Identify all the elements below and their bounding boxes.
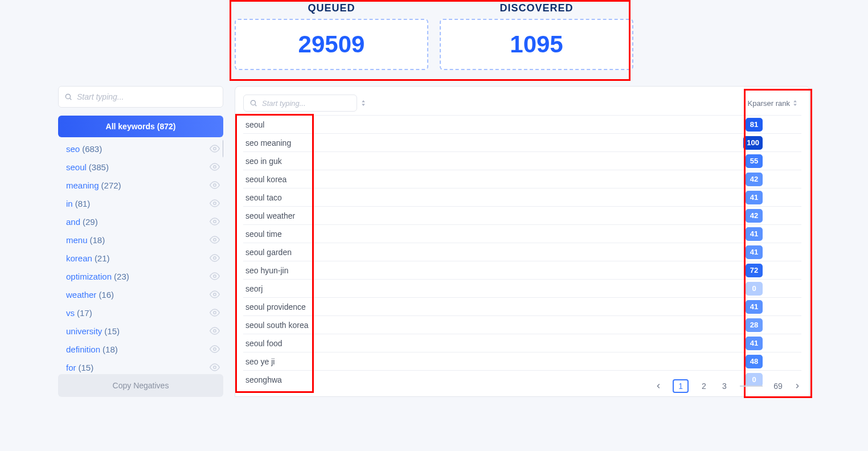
svg-point-11 bbox=[214, 311, 216, 314]
sidebar-item[interactable]: and(29) bbox=[58, 212, 223, 231]
sidebar-item[interactable]: seo(683) bbox=[58, 140, 223, 158]
svg-point-17 bbox=[251, 100, 255, 105]
table-row[interactable]: seorj0 bbox=[243, 279, 801, 297]
sidebar-item-term: and bbox=[66, 217, 80, 227]
sidebar-item-term: university bbox=[66, 326, 102, 336]
sidebar-item[interactable]: university(15) bbox=[58, 322, 223, 340]
svg-line-18 bbox=[255, 105, 257, 106]
sidebar-item[interactable]: in(81) bbox=[58, 194, 223, 212]
svg-point-3 bbox=[214, 166, 216, 169]
sidebar-item-term: for bbox=[66, 363, 76, 372]
queued-label: QUEUED bbox=[235, 2, 428, 14]
sidebar-search-input[interactable] bbox=[76, 87, 217, 107]
table-search[interactable] bbox=[243, 95, 357, 112]
eye-icon[interactable] bbox=[210, 344, 220, 354]
search-icon bbox=[64, 93, 72, 101]
sidebar-item-count: (385) bbox=[89, 162, 109, 172]
keyword-cell: seoul providence bbox=[243, 302, 562, 311]
keyword-cell: seo meaning bbox=[243, 138, 562, 147]
table-row[interactable]: seoul providence41 bbox=[243, 297, 801, 315]
discovered-label: DISCOVERED bbox=[440, 2, 633, 14]
all-keywords-button[interactable]: All keywords (872) bbox=[58, 116, 223, 137]
page-1[interactable]: 1 bbox=[673, 379, 689, 393]
table-row[interactable]: seoul korea42 bbox=[243, 170, 801, 188]
pagination: 1 2 3 69 bbox=[654, 379, 801, 393]
table-row[interactable]: seoul food41 bbox=[243, 334, 801, 352]
sidebar-item-count: (272) bbox=[101, 181, 121, 190]
rank-badge: 48 bbox=[746, 355, 763, 368]
rank-badge: 41 bbox=[746, 337, 763, 350]
eye-icon[interactable] bbox=[210, 308, 220, 318]
sidebar-item-count: (17) bbox=[77, 308, 92, 318]
eye-icon[interactable] bbox=[210, 216, 220, 227]
eye-icon[interactable] bbox=[210, 289, 220, 300]
sidebar-item[interactable]: meaning(272) bbox=[58, 176, 223, 194]
sidebar-item-term: korean bbox=[66, 253, 92, 263]
table-row[interactable]: seo ye ji48 bbox=[243, 352, 801, 370]
sidebar-search[interactable] bbox=[58, 86, 223, 108]
sidebar-item-count: (683) bbox=[82, 144, 102, 154]
svg-point-5 bbox=[214, 202, 216, 205]
sidebar-item[interactable]: definition(18) bbox=[58, 340, 223, 358]
sidebar-item[interactable]: vs(17) bbox=[58, 304, 223, 322]
eye-icon[interactable] bbox=[210, 198, 220, 208]
table-row[interactable]: seo meaning100 bbox=[243, 133, 801, 151]
discovered-card: 1095 bbox=[440, 19, 633, 70]
eye-icon[interactable] bbox=[210, 162, 220, 172]
table-row[interactable]: seo in guk55 bbox=[243, 151, 801, 170]
svg-point-7 bbox=[214, 239, 216, 241]
discovered-value: 1095 bbox=[510, 31, 563, 58]
table-row[interactable]: seoul taco41 bbox=[243, 188, 801, 206]
copy-negatives-button[interactable]: Copy Negatives bbox=[58, 374, 223, 397]
results-panel: Kparser rank seoul81seo meaning100seo in… bbox=[235, 86, 810, 397]
sidebar-item-term: in bbox=[66, 199, 73, 208]
sidebar-item-count: (18) bbox=[103, 345, 118, 354]
eye-icon[interactable] bbox=[210, 180, 220, 190]
search-icon bbox=[249, 99, 257, 107]
eye-icon[interactable] bbox=[210, 253, 220, 263]
page-3[interactable]: 3 bbox=[719, 382, 730, 391]
page-last[interactable]: 69 bbox=[773, 382, 783, 391]
keyword-cell: seo ye ji bbox=[243, 357, 562, 366]
svg-point-14 bbox=[214, 366, 216, 369]
keyword-cell: seonghwa bbox=[243, 375, 562, 384]
sort-icon[interactable] bbox=[792, 100, 798, 106]
keyword-cell: seo hyun-jin bbox=[243, 266, 562, 275]
keyword-cell: seoul bbox=[243, 120, 562, 129]
svg-point-6 bbox=[214, 220, 216, 223]
svg-point-12 bbox=[214, 330, 216, 333]
sidebar-item-term: seo bbox=[66, 144, 80, 154]
table-row[interactable]: seoul time41 bbox=[243, 224, 801, 243]
chevron-left-icon[interactable] bbox=[654, 382, 662, 390]
rank-badge: 42 bbox=[746, 173, 763, 186]
sidebar-item-term: vs bbox=[66, 308, 75, 318]
table-row[interactable]: seoul weather42 bbox=[243, 206, 801, 224]
table-row[interactable]: seoul garden41 bbox=[243, 243, 801, 261]
rank-header[interactable]: Kparser rank bbox=[733, 99, 801, 108]
eye-icon[interactable] bbox=[210, 144, 220, 154]
table-row[interactable]: seoul south korea28 bbox=[243, 315, 801, 334]
page-2[interactable]: 2 bbox=[699, 382, 709, 391]
chevron-right-icon[interactable] bbox=[793, 382, 801, 390]
sidebar-item[interactable]: korean(21) bbox=[58, 249, 223, 267]
rank-header-label: Kparser rank bbox=[748, 99, 790, 108]
eye-icon[interactable] bbox=[210, 235, 220, 245]
keyword-cell: seoul taco bbox=[243, 193, 562, 202]
eye-icon[interactable] bbox=[210, 362, 220, 372]
table-search-input[interactable] bbox=[261, 95, 359, 111]
eye-icon[interactable] bbox=[210, 271, 220, 281]
eye-icon[interactable] bbox=[210, 326, 220, 336]
stats-panel: QUEUED 29509 DISCOVERED 1095 bbox=[235, 0, 633, 70]
sidebar-item[interactable]: for(15) bbox=[58, 358, 223, 374]
table-row[interactable]: seoul81 bbox=[243, 115, 801, 133]
sidebar-item[interactable]: seoul(385) bbox=[58, 158, 223, 176]
svg-point-9 bbox=[214, 275, 216, 278]
sidebar-item[interactable]: optimization(23) bbox=[58, 267, 223, 285]
sidebar-item-count: (16) bbox=[99, 290, 114, 300]
rank-badge: 100 bbox=[743, 136, 763, 150]
sidebar-item[interactable]: weather(16) bbox=[58, 285, 223, 304]
sidebar-item[interactable]: menu(18) bbox=[58, 231, 223, 249]
sort-icon[interactable] bbox=[361, 100, 366, 106]
keyword-cell: seorj bbox=[243, 284, 562, 293]
table-row[interactable]: seo hyun-jin72 bbox=[243, 261, 801, 279]
